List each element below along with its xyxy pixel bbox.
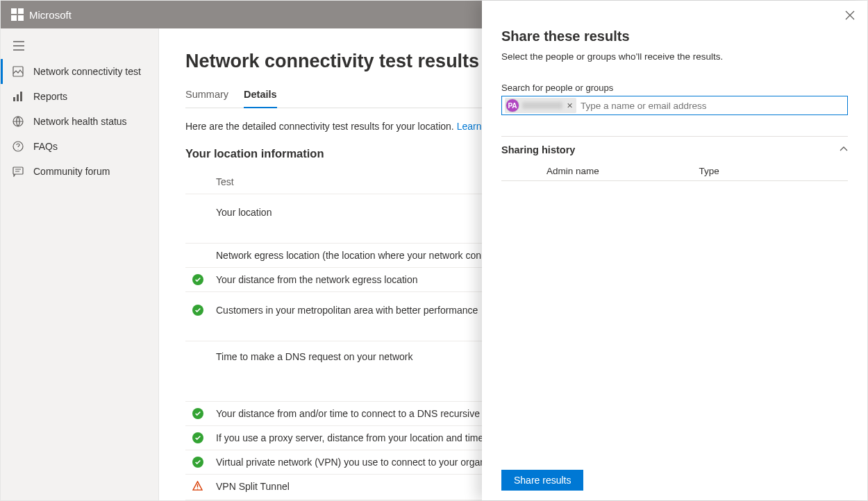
svg-rect-2: [17, 94, 19, 101]
avatar: PA: [506, 99, 519, 112]
sidebar-item-label: Community forum: [33, 166, 110, 177]
microsoft-logo-icon: [11, 8, 24, 21]
check-icon: [192, 408, 203, 419]
bar-chart-icon: [12, 91, 24, 102]
tab-details[interactable]: Details: [244, 85, 277, 108]
share-results-button[interactable]: Share results: [501, 470, 583, 491]
warning-icon: [192, 482, 203, 493]
sidebar: Network connectivity test Reports Networ…: [1, 28, 159, 500]
chat-icon: [12, 166, 24, 177]
close-button[interactable]: [845, 10, 855, 22]
chip-remove-button[interactable]: ✕: [565, 101, 574, 110]
sidebar-item-reports[interactable]: Reports: [1, 84, 158, 109]
sidebar-item-health[interactable]: Network health status: [1, 109, 158, 134]
svg-rect-6: [13, 167, 23, 174]
sidebar-item-label: Network connectivity test: [33, 66, 141, 77]
col-type: Type: [647, 166, 848, 176]
sidebar-item-label: Reports: [33, 91, 67, 102]
svg-rect-1: [13, 97, 15, 101]
people-search-input[interactable]: [576, 101, 844, 111]
close-icon: [845, 10, 855, 20]
sharing-history-toggle[interactable]: Sharing history: [501, 137, 848, 162]
intro-text-body: Here are the detailed connectivity test …: [185, 121, 457, 132]
sidebar-item-network-test[interactable]: Network connectivity test: [1, 59, 158, 84]
share-panel: Share these results Select the people or…: [482, 1, 867, 500]
sidebar-item-label: Network health status: [33, 116, 127, 127]
sidebar-item-label: FAQs: [33, 141, 58, 152]
sidebar-item-faqs[interactable]: FAQs: [1, 134, 158, 159]
sidebar-item-forum[interactable]: Community forum: [1, 159, 158, 184]
svg-rect-3: [20, 92, 22, 101]
panel-title: Share these results: [501, 28, 848, 44]
brand-logo[interactable]: Microsoft: [11, 8, 72, 21]
person-chip: PA ✕: [505, 98, 576, 113]
check-icon: [192, 305, 203, 316]
redacted-name: [522, 102, 562, 109]
tab-summary[interactable]: Summary: [185, 85, 228, 108]
help-icon: [12, 141, 24, 152]
nav-toggle-button[interactable]: [1, 35, 158, 59]
col-admin-name: Admin name: [501, 166, 647, 176]
image-icon: [12, 66, 24, 77]
check-icon: [192, 274, 203, 285]
panel-subtitle: Select the people or groups who'll recei…: [501, 51, 848, 62]
chevron-up-icon: [840, 144, 848, 156]
hamburger-icon: [13, 41, 24, 51]
globe-icon: [12, 116, 24, 127]
people-picker[interactable]: PA ✕: [501, 96, 848, 115]
check-icon: [192, 432, 203, 443]
history-table-header: Admin name Type: [501, 162, 848, 181]
search-label: Search for people or groups: [501, 83, 848, 93]
check-icon: [192, 457, 203, 468]
brand-text: Microsoft: [29, 9, 72, 21]
history-title: Sharing history: [501, 144, 575, 155]
